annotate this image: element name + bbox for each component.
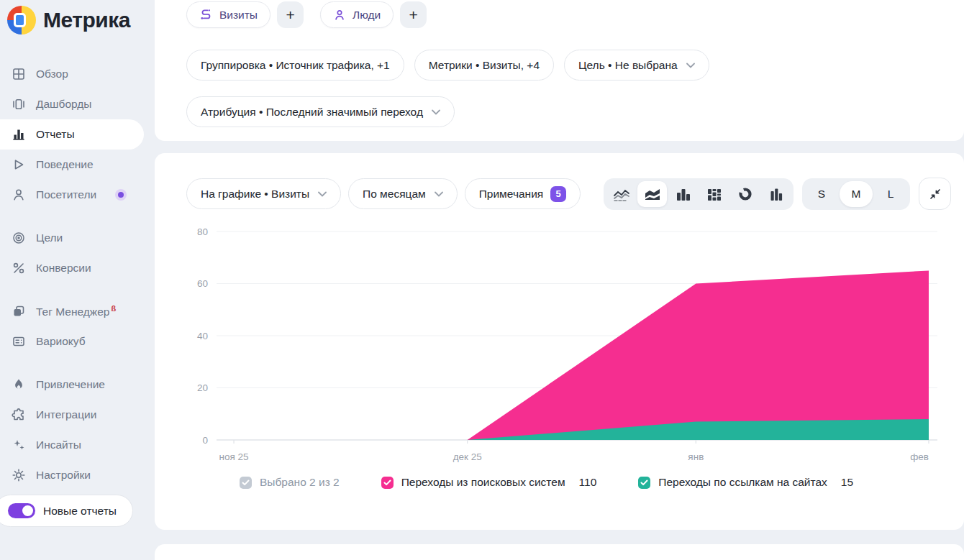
flame-icon (11, 377, 26, 393)
sidebar-item-label: Посетители (36, 188, 96, 201)
sidebar-item-integrations[interactable]: Интеграции (0, 400, 144, 430)
add-people-segment-button[interactable]: + (400, 1, 427, 28)
checkbox-links-icon[interactable] (638, 477, 650, 489)
sidebar-item-label: Интеграции (36, 408, 96, 421)
sidebar-item-label: Привлечение (36, 378, 105, 391)
chart-view-controls: S M L (604, 178, 951, 210)
report-header-panel: Визиты + Люди + Группировка • Источник т… (155, 0, 964, 141)
period-selector[interactable]: По месяцам (348, 178, 458, 209)
donut-chart-icon[interactable] (730, 181, 760, 207)
chart-type-switcher (604, 178, 794, 210)
sidebar-item-variocube[interactable]: Вариокуб (0, 326, 144, 357)
svg-text:20: 20 (197, 382, 208, 393)
svg-text:0: 0 (202, 435, 208, 446)
metric-segments-row: Визиты + Люди + (186, 1, 964, 28)
sidebar-item-tag-manager[interactable]: Тег Менеджерß (0, 296, 144, 326)
checkbox-search-icon[interactable] (381, 477, 394, 489)
play-icon (11, 157, 26, 173)
app-logo[interactable]: Метрика (0, 0, 155, 46)
tag-manager-icon (11, 304, 26, 319)
sidebar-item-label: Настройки (36, 469, 91, 482)
bar-chart-icon[interactable] (668, 181, 698, 207)
visits-area-chart[interactable]: 020406080ноя 25дек 25янвфев (183, 223, 951, 469)
sidebar-item-goals[interactable]: Цели (0, 223, 144, 253)
notes-count-badge: 5 (550, 186, 566, 202)
notes-button[interactable]: Примечания 5 (465, 178, 581, 209)
next-report-card (155, 544, 964, 560)
legend-summary[interactable]: Выбрано 2 из 2 (240, 476, 340, 489)
new-reports-label: Новые отчеты (43, 505, 117, 518)
sidebar-item-settings[interactable]: Настройки (0, 460, 144, 490)
sidebar-item-behavior[interactable]: Поведение (0, 150, 144, 180)
segment-people-button[interactable]: Люди (320, 1, 394, 28)
grouping-chip[interactable]: Группировка • Источник трафика, +1 (186, 50, 404, 81)
legend-item-links[interactable]: Переходы по ссылкам на сайтах 15 (638, 476, 853, 489)
on-chart-selector[interactable]: На графике • Визиты (186, 178, 341, 209)
legend-item-search[interactable]: Переходы из поисковых систем 110 (381, 476, 597, 489)
segment-visits-button[interactable]: Визиты (186, 1, 270, 28)
sidebar-nav: Обзор Дашборды Отчеты Поведение Посетите… (0, 46, 155, 490)
sidebar-item-conversions[interactable]: Конверсии (0, 253, 144, 283)
chart-size-switcher: S M L (802, 178, 910, 210)
stacked-bar-icon[interactable] (699, 181, 729, 207)
chart-legend: Выбрано 2 из 2 Переходы из поисковых сис… (240, 476, 951, 489)
bar-chart-icon (11, 127, 26, 142)
svg-text:40: 40 (197, 331, 208, 341)
sidebar-item-label: Дашборды (36, 98, 92, 111)
svg-text:янв: янв (688, 451, 704, 462)
chevron-down-icon (686, 63, 695, 68)
percent-icon (11, 261, 26, 276)
columns-chart-icon[interactable] (761, 181, 791, 207)
sidebar-item-acquisition[interactable]: Привлечение (0, 369, 144, 400)
sidebar-item-label: Обзор (36, 68, 68, 81)
svg-text:дек 25: дек 25 (453, 451, 482, 462)
chart-canvas[interactable]: 020406080ноя 25дек 25янвфев (183, 223, 942, 466)
sidebar-item-visitors[interactable]: Посетители (0, 180, 144, 210)
sidebar-item-reports[interactable]: Отчеты (0, 119, 144, 150)
stacked-area-icon[interactable] (637, 181, 667, 207)
toggle-on-icon[interactable] (8, 503, 35, 518)
person-icon (333, 9, 346, 22)
svg-text:80: 80 (197, 226, 208, 237)
legend-value: 110 (579, 476, 597, 489)
chevron-down-icon (318, 191, 327, 197)
chevron-down-icon (432, 109, 440, 115)
line-chart-icon[interactable] (606, 181, 636, 207)
new-reports-toggle[interactable]: Новые отчеты (0, 495, 133, 527)
sidebar-item-label: Вариокуб (36, 335, 86, 348)
size-small-button[interactable]: S (805, 181, 838, 207)
sidebar-item-dashboards[interactable]: Дашборды (0, 89, 144, 119)
filter-chips: Группировка • Источник трафика, +1 Метри… (186, 50, 906, 133)
dashboards-icon (11, 97, 26, 112)
visitors-notification-dot (115, 189, 127, 201)
svg-text:60: 60 (197, 278, 208, 289)
sidebar-item-label: Цели (36, 231, 63, 244)
metrics-chip[interactable]: Метрики • Визиты, +4 (414, 50, 554, 81)
sidebar: Метрика Обзор Дашборды Отчеты Поведение … (0, 0, 155, 560)
chart-card: На графике • Визиты По месяцам Примечани… (155, 153, 964, 530)
chart-controls-row: На графике • Визиты По месяцам Примечани… (183, 178, 951, 210)
checkbox-all-icon[interactable] (240, 477, 252, 489)
gear-icon (11, 468, 26, 483)
collapse-icon (929, 188, 942, 201)
variocube-icon (11, 334, 26, 349)
beta-badge: ß (111, 304, 116, 313)
svg-text:фев: фев (910, 451, 929, 462)
attribution-chip[interactable]: Атрибуция • Последний значимый переход (186, 96, 455, 127)
sidebar-item-label: Отчеты (36, 128, 75, 141)
chevron-down-icon (435, 191, 443, 197)
legend-value: 15 (841, 476, 853, 489)
sidebar-item-label: Тег Менеджерß (36, 304, 116, 318)
add-segment-button[interactable]: + (277, 1, 304, 28)
sparkles-icon (11, 438, 26, 453)
grid-icon (11, 67, 26, 82)
metrika-logo-icon (7, 6, 36, 35)
size-medium-button[interactable]: M (840, 181, 873, 207)
puzzle-icon (11, 408, 26, 423)
sidebar-item-insights[interactable]: Инсайты (0, 430, 144, 460)
collapse-chart-button[interactable] (919, 178, 951, 210)
app-title: Метрика (43, 8, 130, 32)
sidebar-item-overview[interactable]: Обзор (0, 59, 144, 89)
size-large-button[interactable]: L (874, 181, 907, 207)
goal-chip[interactable]: Цель • Не выбрана (564, 50, 709, 81)
